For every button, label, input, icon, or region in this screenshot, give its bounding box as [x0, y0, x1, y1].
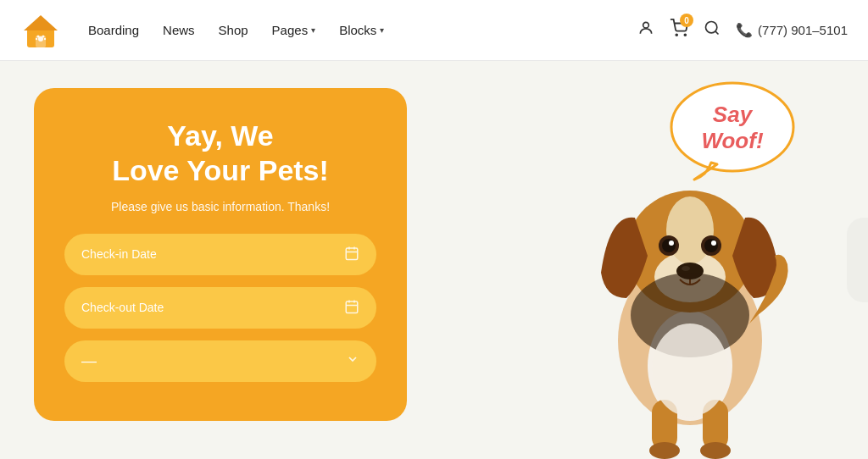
calendar-icon [344, 246, 359, 263]
nav-shop[interactable]: Shop [219, 23, 248, 37]
svg-marker-1 [24, 15, 58, 30]
svg-rect-13 [346, 248, 358, 260]
checkin-label: Check-in Date [81, 247, 157, 261]
svg-line-12 [715, 31, 719, 35]
site-header: Boarding News Shop Pages ▾ Blocks ▾ 0 [0, 0, 868, 61]
cart-icon[interactable]: 0 [670, 19, 688, 41]
pet-select-field[interactable]: — [64, 340, 376, 382]
dog-illustration [546, 103, 834, 459]
main-nav: Boarding News Shop Pages ▾ Blocks ▾ [88, 23, 637, 37]
svg-point-34 [682, 266, 690, 271]
svg-rect-17 [346, 301, 358, 313]
logo[interactable] [20, 10, 61, 51]
main-content: Yay, We Love Your Pets! Please give us b… [0, 61, 868, 459]
nav-news[interactable]: News [163, 23, 195, 37]
dropdown-chevron-icon [346, 352, 359, 370]
hero-subtitle: Please give us basic information. Thanks… [64, 200, 376, 213]
checkout-date-field[interactable]: Check-out Date [64, 287, 376, 329]
phone-icon: 📞 [736, 22, 753, 38]
right-panel: Say Woof! [441, 61, 868, 459]
svg-point-29 [669, 241, 674, 246]
search-icon[interactable] [704, 19, 721, 41]
left-panel: Yay, We Love Your Pets! Please give us b… [0, 61, 441, 459]
svg-point-31 [704, 239, 718, 252]
calendar2-icon [344, 299, 359, 317]
svg-point-39 [700, 442, 731, 459]
svg-point-28 [662, 239, 676, 252]
phone-number: (777) 901–5101 [758, 23, 848, 37]
hero-title: Yay, We Love Your Pets! [64, 119, 376, 188]
nav-pages[interactable]: Pages ▾ [272, 23, 316, 37]
blocks-chevron-icon: ▾ [380, 25, 384, 35]
svg-point-41 [652, 324, 728, 417]
svg-point-5 [42, 35, 45, 37]
svg-point-7 [44, 37, 46, 39]
cart-badge: 0 [680, 14, 693, 27]
nav-boarding[interactable]: Boarding [88, 23, 139, 37]
svg-point-32 [711, 241, 716, 246]
checkout-label: Check-out Date [81, 301, 164, 314]
pages-chevron-icon: ▾ [311, 25, 315, 35]
booking-form-card: Yay, We Love Your Pets! Please give us b… [34, 88, 407, 421]
user-icon[interactable] [637, 19, 654, 41]
svg-point-8 [643, 22, 649, 28]
svg-point-10 [684, 34, 686, 36]
phone-section[interactable]: 📞 (777) 901–5101 [736, 22, 848, 38]
svg-point-11 [706, 22, 717, 33]
header-actions: 0 📞 (777) 901–5101 [637, 19, 848, 41]
svg-point-4 [37, 35, 40, 37]
svg-point-38 [649, 442, 680, 459]
checkin-date-field[interactable]: Check-in Date [64, 234, 376, 275]
deco-scroll-indicator [847, 218, 868, 302]
svg-point-6 [36, 37, 37, 39]
select-placeholder: — [81, 352, 97, 370]
svg-point-9 [676, 34, 677, 36]
nav-blocks[interactable]: Blocks ▾ [339, 23, 384, 37]
